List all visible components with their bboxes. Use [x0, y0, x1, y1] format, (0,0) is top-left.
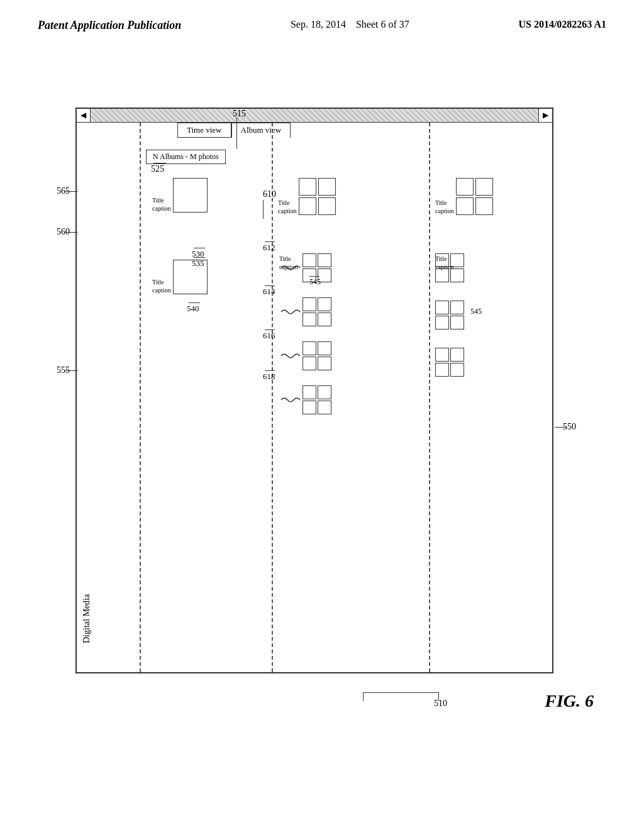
photo-614-2 [318, 297, 331, 311]
ref-label-510: 510 [434, 699, 447, 709]
photo-614-3 [303, 313, 316, 326]
album-title-mid-1: Title [278, 199, 296, 207]
album-caption-mid-1: caption [278, 207, 296, 215]
photo-thumb-m4 [318, 197, 336, 215]
ui-mockup: ◀ ▶ Time view Album view Digital Media N… [75, 108, 553, 673]
tab-album-view[interactable]: Album view [231, 123, 291, 138]
album-thumb-1 [173, 178, 208, 213]
photo-612-2 [318, 253, 331, 267]
title-530: Title caption [279, 255, 297, 271]
photo-r2 [475, 178, 493, 196]
ref-label-616: 616 [263, 331, 275, 341]
album-title-right-1: Title [435, 199, 453, 207]
photo-618-4 [318, 401, 331, 414]
photo-thumb-m1 [299, 178, 316, 196]
album-item-1: Title caption [152, 178, 208, 213]
ref-545a: 545 [309, 277, 321, 287]
ref-545b: 545 [470, 307, 482, 316]
photo-614-1 [303, 297, 316, 311]
diagram-area: FIG. 6 ◀ ▶ Time view Album view Digital … [0, 70, 644, 830]
photo-r1 [456, 178, 474, 196]
ref-label-618: 618 [263, 372, 275, 382]
page-header: Patent Application Publication Sep. 18, … [0, 0, 644, 32]
photo-strip-618 [281, 385, 331, 414]
photo-strip-614 [281, 297, 331, 326]
tab-bar: Time view Album view [177, 123, 291, 138]
ref-label-535: 535 [192, 258, 204, 268]
album-caption-1: caption [152, 204, 170, 213]
album-item-mid-1: Title caption [278, 178, 336, 215]
ref-540: 540 [187, 304, 199, 314]
dashed-line-left [140, 123, 141, 672]
photo-thumb-m2 [318, 178, 336, 196]
scroll-right-arrow[interactable]: ▶ [538, 109, 552, 123]
photo-r4 [475, 197, 493, 215]
photo-618-1 [303, 385, 316, 399]
album-item-right-1: Title caption [435, 178, 493, 215]
photo-r3 [456, 197, 474, 215]
photo-grid-r4 [435, 348, 464, 377]
wavy-618 [281, 396, 300, 404]
dashed-line-right [429, 123, 430, 672]
scroll-left-arrow[interactable]: ◀ [77, 109, 91, 123]
ref-label-612: 612 [263, 243, 275, 253]
photo-strip-616 [281, 341, 331, 370]
n-albums-label: N Albums - M photos [146, 150, 226, 164]
patent-number: US 2014/0282263 A1 [518, 19, 606, 30]
figure-label: FIG. 6 [545, 691, 594, 711]
photo-614-4 [318, 313, 331, 326]
album-caption-right-1: caption [435, 207, 453, 215]
publication-title: Patent Application Publication [38, 19, 181, 32]
digital-media-label: Digital Media [82, 140, 92, 643]
photo-thumb-m3 [299, 197, 316, 215]
scrollbar-top[interactable]: ◀ ▶ [77, 109, 552, 123]
album-title-1: Title [152, 196, 170, 204]
wavy-616 [281, 352, 300, 360]
ref-label-610: 610 [263, 189, 276, 199]
ref-label-515: 515 [233, 109, 246, 119]
photo-616-4 [318, 357, 331, 370]
photo-616-3 [303, 357, 316, 370]
scroll-track [91, 109, 538, 122]
tab-time-view[interactable]: Time view [177, 123, 231, 138]
photo-616-2 [318, 341, 331, 355]
album-title-2: Title [152, 278, 170, 286]
photo-618-3 [303, 401, 316, 414]
ref-label-614: 614 [263, 287, 275, 297]
photo-616-1 [303, 341, 316, 355]
photo-grid-r3 [435, 301, 464, 329]
ref-label-525: 525 [151, 164, 164, 174]
album-caption-2: caption [152, 286, 170, 294]
photo-612-1 [303, 253, 316, 267]
title-right-545: Title caption [435, 255, 453, 271]
wavy-614 [281, 308, 300, 316]
photo-618-2 [318, 385, 331, 399]
dashed-line-middle [272, 123, 273, 672]
publication-date: Sep. 18, 2014 Sheet 6 of 37 [291, 19, 409, 30]
